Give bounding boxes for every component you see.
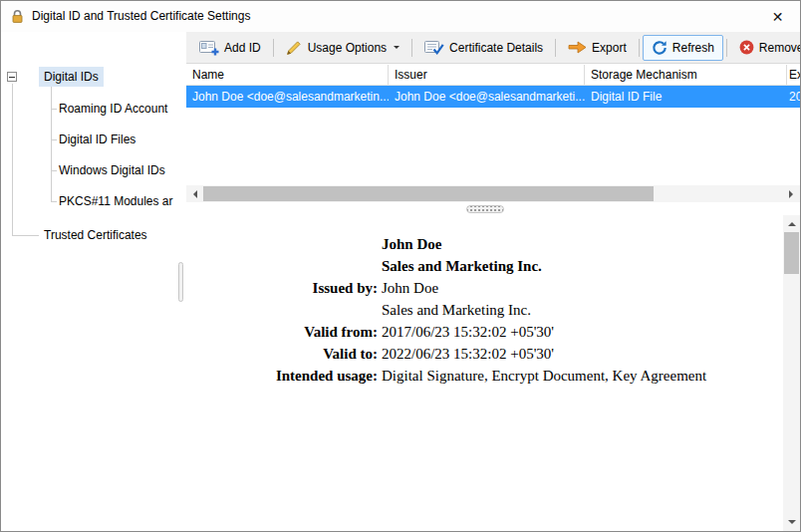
sidebar-splitter[interactable] xyxy=(176,32,186,531)
tree-line xyxy=(12,235,39,236)
cell-issuer: John Doe <doe@salesandmarketi... xyxy=(389,86,585,108)
details-line: Sales and Marketing Inc. xyxy=(186,299,783,321)
refresh-icon xyxy=(652,40,668,56)
scroll-up-button[interactable] xyxy=(783,215,800,232)
details-label xyxy=(186,233,378,255)
details-label: Intended usage: xyxy=(186,365,378,387)
toolbar-separator xyxy=(639,39,640,57)
column-header-expires[interactable]: Ex xyxy=(787,65,800,86)
details-label xyxy=(186,255,378,277)
tree-line xyxy=(51,84,52,201)
certificate-details-pane: John Doe Sales and Marketing Inc. Issued… xyxy=(186,233,783,387)
tree-item-digital-ids[interactable]: Digital IDs xyxy=(39,67,104,87)
toolbar-separator xyxy=(273,39,274,57)
table-row[interactable]: John Doe <doe@salesandmarketin... John D… xyxy=(186,86,800,108)
horizontal-scrollbar[interactable] xyxy=(186,185,800,202)
add-id-icon xyxy=(199,39,219,56)
tree-item-digital-id-files[interactable]: Digital ID Files xyxy=(54,130,140,149)
details-value: Sales and Marketing Inc. xyxy=(378,299,531,321)
toolbar: Add ID Usage Options xyxy=(186,32,800,64)
details-value: Digital Signature, Encrypt Document, Key… xyxy=(378,365,706,387)
cell-storage-mechanism: Digital ID File xyxy=(585,86,787,108)
details-line: Issued by: John Doe xyxy=(186,277,783,299)
export-button[interactable]: Export xyxy=(559,35,636,61)
usage-options-button[interactable]: Usage Options xyxy=(277,35,408,61)
table-header: Name Issuer Storage Mechanism Ex xyxy=(186,65,800,86)
add-id-button[interactable]: Add ID xyxy=(190,35,270,61)
refresh-button[interactable]: Refresh xyxy=(643,35,723,61)
window-title: Digital ID and Trusted Certificate Setti… xyxy=(32,1,250,32)
toolbar-separator xyxy=(555,39,556,57)
details-line: Intended usage: Digital Signature, Encry… xyxy=(186,365,783,387)
details-label xyxy=(186,299,378,321)
splitter-grip-icon[interactable] xyxy=(466,205,504,213)
certificate-details-icon xyxy=(424,40,444,56)
details-value: Sales and Marketing Inc. xyxy=(378,255,542,277)
certificate-details-button[interactable]: Certificate Details xyxy=(415,35,552,61)
details-value: 2017/06/23 15:32:02 +05'30' xyxy=(378,321,554,343)
column-header-name[interactable]: Name xyxy=(186,65,389,86)
toolbar-separator xyxy=(726,39,727,57)
lock-icon xyxy=(10,9,25,27)
details-value: John Doe xyxy=(378,277,438,299)
details-label: Issued by: xyxy=(186,277,378,299)
arrow-down-icon xyxy=(788,520,796,528)
chevron-down-icon xyxy=(394,46,400,52)
remove-id-button[interactable]: Remove ID xyxy=(730,35,801,61)
scroll-right-button[interactable] xyxy=(783,185,800,202)
pencil-icon xyxy=(286,40,303,56)
dialog-window: Digital ID and Trusted Certificate Setti… xyxy=(0,0,801,532)
column-header-issuer[interactable]: Issuer xyxy=(389,65,585,86)
scroll-left-button[interactable] xyxy=(186,185,203,202)
details-line: Valid to: 2022/06/23 15:32:02 +05'30' xyxy=(186,343,783,365)
details-line: Valid from: 2017/06/23 15:32:02 +05'30' xyxy=(186,321,783,343)
details-label: Valid to: xyxy=(186,343,378,365)
details-line: John Doe xyxy=(186,233,783,255)
column-header-storage-mechanism[interactable]: Storage Mechanism xyxy=(585,65,787,86)
cell-name: John Doe <doe@salesandmarketin... xyxy=(186,86,389,108)
toolbar-separator xyxy=(411,39,412,57)
vertical-scrollbar[interactable] xyxy=(783,215,800,531)
remove-id-icon xyxy=(739,40,754,55)
tree-item-roaming-id-account[interactable]: Roaming ID Account xyxy=(54,99,172,119)
tree-expander-minus-icon[interactable] xyxy=(7,72,17,82)
button-label: Remove ID xyxy=(759,41,801,55)
button-label: Refresh xyxy=(672,41,714,55)
arrow-left-icon xyxy=(189,190,197,198)
button-label: Add ID xyxy=(224,41,261,55)
button-label: Export xyxy=(592,41,627,55)
close-button[interactable]: ✕ xyxy=(755,1,800,32)
export-arrow-icon xyxy=(568,41,587,54)
details-line: Sales and Marketing Inc. xyxy=(186,255,783,277)
button-label: Usage Options xyxy=(308,41,387,55)
button-label: Certificate Details xyxy=(449,41,543,55)
arrow-up-icon xyxy=(788,218,796,226)
tree-line xyxy=(12,84,13,235)
title-bar: Digital ID and Trusted Certificate Setti… xyxy=(1,1,800,32)
scroll-down-button[interactable] xyxy=(783,514,800,531)
details-label: Valid from: xyxy=(186,321,378,343)
sidebar-tree: Digital IDs Roaming ID Account Digital I… xyxy=(1,32,176,531)
details-value: John Doe xyxy=(378,233,441,255)
cell-expires: 20 xyxy=(787,86,800,108)
horizontal-scrollbar-thumb[interactable] xyxy=(203,186,654,201)
tree-item-trusted-certificates[interactable]: Trusted Certificates xyxy=(39,225,152,245)
details-value: 2022/06/23 15:32:02 +05'30' xyxy=(378,343,554,365)
vertical-scrollbar-thumb[interactable] xyxy=(784,232,799,274)
pane-splitter[interactable] xyxy=(186,202,783,215)
tree-item-pkcs11-modules[interactable]: PKCS#11 Modules ar xyxy=(54,191,176,211)
splitter-grip-icon[interactable] xyxy=(178,262,183,302)
tree-item-windows-digital-ids[interactable]: Windows Digital IDs xyxy=(54,160,170,180)
arrow-right-icon xyxy=(789,190,797,198)
